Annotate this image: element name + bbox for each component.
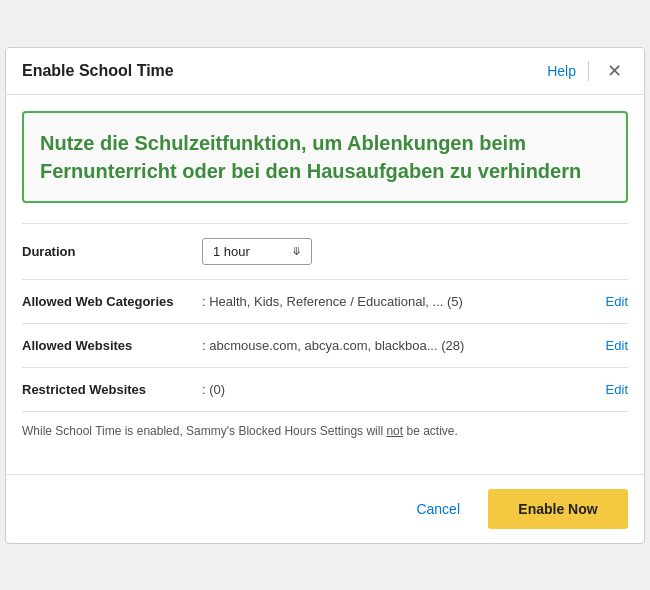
restricted-websites-label: Restricted Websites <box>22 382 202 397</box>
dialog-title: Enable School Time <box>22 62 547 80</box>
enable-school-time-dialog: Enable School Time Help ✕ Nutze die Schu… <box>5 47 645 544</box>
dialog-header: Enable School Time Help ✕ <box>6 48 644 95</box>
allowed-websites-edit[interactable]: Edit <box>606 338 628 353</box>
dialog-footer: Cancel Enable Now <box>6 474 644 543</box>
promo-text: Nutze die Schulzeitfunktion, um Ablenkun… <box>40 129 610 185</box>
info-text: While School Time is enabled, Sammy's Bl… <box>22 412 628 458</box>
duration-dropdown[interactable]: 1 hour ⤋ <box>202 238 312 265</box>
duration-label: Duration <box>22 244 202 259</box>
dialog-body: Nutze die Schulzeitfunktion, um Ablenkun… <box>6 95 644 474</box>
enable-now-button[interactable]: Enable Now <box>488 489 628 529</box>
restricted-websites-value: : (0) <box>202 382 598 397</box>
web-categories-edit[interactable]: Edit <box>606 294 628 309</box>
header-divider <box>588 61 589 81</box>
cancel-button[interactable]: Cancel <box>400 491 476 527</box>
duration-value: 1 hour <box>213 244 250 259</box>
settings-section: Duration 1 hour ⤋ Allowed Web Categories… <box>22 223 628 412</box>
header-actions: Help ✕ <box>547 60 628 82</box>
allowed-websites-value: : abcmouse.com, abcya.com, blackboa... (… <box>202 338 598 353</box>
web-categories-value: : Health, Kids, Reference / Educational,… <box>202 294 598 309</box>
chevron-down-icon: ⤋ <box>292 245 301 258</box>
promo-box: Nutze die Schulzeitfunktion, um Ablenkun… <box>22 111 628 203</box>
help-link[interactable]: Help <box>547 63 576 79</box>
allowed-websites-row: Allowed Websites : abcmouse.com, abcya.c… <box>22 324 628 368</box>
restricted-websites-edit[interactable]: Edit <box>606 382 628 397</box>
info-not-underline: not <box>386 424 403 438</box>
restricted-websites-row: Restricted Websites : (0) Edit <box>22 368 628 412</box>
web-categories-label: Allowed Web Categories <box>22 294 202 309</box>
allowed-websites-label: Allowed Websites <box>22 338 202 353</box>
web-categories-row: Allowed Web Categories : Health, Kids, R… <box>22 280 628 324</box>
duration-row: Duration 1 hour ⤋ <box>22 224 628 280</box>
duration-select: 1 hour ⤋ <box>202 238 312 265</box>
close-button[interactable]: ✕ <box>601 60 628 82</box>
